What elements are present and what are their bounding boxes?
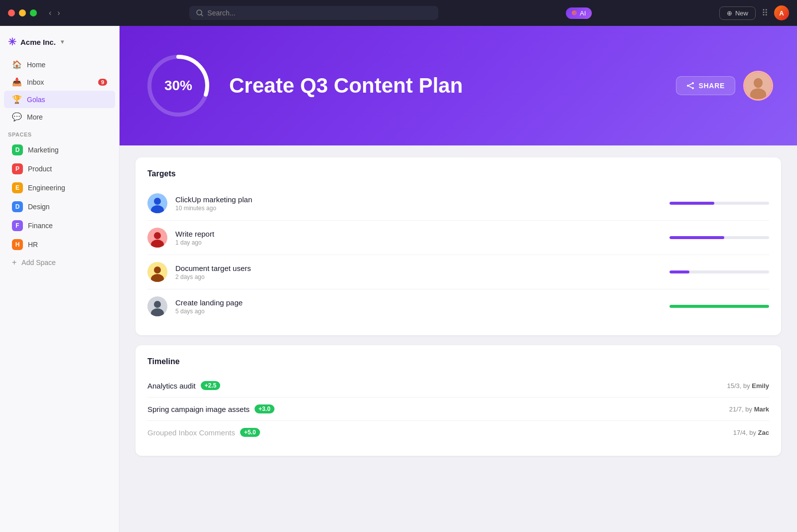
targets-title: Targets (147, 169, 769, 178)
more-icon: 💬 (12, 112, 22, 122)
svg-point-13 (154, 198, 161, 205)
target-time-1: 10 minutes ago (175, 205, 662, 212)
marketing-space-dot: D (12, 144, 23, 155)
svg-point-16 (154, 232, 161, 239)
main-layout: ✳ Acme Inc. ▾ 🏠 Home 📥 Inbox 9 🏆 Golas 💬… (0, 26, 797, 532)
add-space-button[interactable]: + Add Space (4, 254, 115, 271)
sidebar-item-inbox[interactable]: 📥 Inbox 9 (4, 73, 115, 91)
progress-fill-1 (669, 202, 714, 205)
sidebar-item-finance[interactable]: F Finance (4, 216, 115, 235)
sidebar-item-more[interactable]: 💬 More (4, 108, 115, 126)
hr-space-dot: H (12, 239, 23, 250)
progress-fill-4 (669, 305, 769, 308)
forward-arrow-icon[interactable]: › (55, 7, 62, 18)
svg-line-8 (689, 86, 692, 88)
targets-card: Targets ClickUp marketing plan 10 minute… (135, 157, 781, 335)
target-name-1: ClickUp marketing plan (175, 195, 662, 204)
target-name-4: Create landing page (175, 298, 662, 307)
sidebar-item-home[interactable]: 🏠 Home (4, 56, 115, 73)
main-content: 30% Create Q3 Content Plan SHARE (120, 26, 797, 532)
product-space-dot: P (12, 163, 23, 174)
hr-label: HR (28, 241, 38, 249)
target-time-4: 5 days ago (175, 308, 662, 315)
logo-icon: ✳ (8, 36, 16, 48)
target-info-2: Write report 1 day ago (175, 230, 662, 246)
svg-point-22 (154, 301, 161, 308)
sidebar-item-goals[interactable]: 🏆 Golas (4, 91, 115, 108)
finance-label: Finance (28, 222, 53, 230)
company-name: Acme Inc. (20, 38, 56, 46)
chevron-down-icon: ▾ (61, 38, 64, 45)
target-avatar-4 (147, 296, 167, 316)
svg-point-19 (154, 266, 161, 273)
ai-dot-icon (572, 10, 577, 15)
sidebar-item-marketing[interactable]: D Marketing (4, 140, 115, 159)
timeline-name-2: Spring campaign image assets (147, 405, 250, 413)
sidebar-more-label: More (27, 113, 43, 121)
target-avatar-1 (147, 193, 167, 213)
svg-line-1 (201, 14, 203, 16)
target-time-2: 1 day ago (175, 239, 662, 246)
design-space-dot: D (12, 201, 23, 212)
target-item-3: Document target users 2 days ago (147, 255, 769, 289)
grid-icon[interactable]: ⠿ (762, 7, 768, 18)
target-avatar-2 (147, 228, 167, 248)
share-label: SHARE (698, 82, 725, 90)
timeline-item-1: Analytics audit +2.5 15/3, by Emily (147, 374, 769, 398)
inbox-icon: 📥 (12, 77, 22, 87)
design-label: Design (28, 203, 50, 211)
search-bar[interactable]: Search... (189, 6, 438, 20)
inbox-badge: 9 (98, 79, 107, 86)
plus-icon: ⊕ (727, 9, 732, 17)
timeline-name-1: Analytics audit (147, 382, 196, 390)
timeline-date-3: 17/4, by Zac (733, 429, 769, 436)
target-name-3: Document target users (175, 264, 662, 272)
minimize-window-icon[interactable] (19, 9, 26, 16)
timeline-badge-3: +5.0 (240, 428, 260, 437)
progress-bar-2 (669, 236, 769, 239)
content-area: Targets ClickUp marketing plan 10 minute… (120, 145, 797, 468)
search-placeholder: Search... (207, 9, 235, 17)
progress-fill-3 (669, 270, 689, 273)
sidebar-inbox-label: Inbox (27, 78, 44, 86)
engineering-space-dot: E (12, 182, 23, 193)
marketing-label: Marketing (28, 146, 58, 154)
progress-fill-2 (669, 236, 724, 239)
goal-header: 30% Create Q3 Content Plan SHARE (120, 26, 797, 145)
plus-icon: + (12, 258, 16, 267)
user-avatar[interactable]: A (774, 5, 789, 20)
header-user-avatar[interactable] (743, 71, 773, 101)
timeline-date-2: 21/7, by Mark (729, 405, 769, 413)
timeline-title: Timeline (147, 357, 769, 366)
svg-point-10 (754, 78, 763, 88)
maximize-window-icon[interactable] (30, 9, 37, 16)
timeline-item-3: Grouped Inbox Comments +5.0 17/4, by Zac (147, 421, 769, 444)
sidebar-goals-label: Golas (27, 96, 45, 104)
new-label: New (735, 9, 748, 17)
svg-point-11 (750, 88, 766, 101)
svg-point-5 (687, 85, 689, 87)
sidebar-item-engineering[interactable]: E Engineering (4, 178, 115, 197)
sidebar: ✳ Acme Inc. ▾ 🏠 Home 📥 Inbox 9 🏆 Golas 💬… (0, 26, 120, 532)
ai-button[interactable]: AI (566, 7, 592, 19)
back-arrow-icon[interactable]: ‹ (47, 7, 53, 18)
sidebar-logo[interactable]: ✳ Acme Inc. ▾ (0, 32, 119, 56)
spaces-label: Spaces (0, 126, 119, 140)
new-button[interactable]: ⊕ New (719, 6, 756, 20)
timeline-badge-1: +2.5 (201, 381, 221, 390)
sidebar-item-hr[interactable]: H HR (4, 235, 115, 254)
goal-title: Create Q3 Content Plan (229, 74, 660, 98)
nav-arrows: ‹ › (47, 7, 62, 18)
finance-space-dot: F (12, 220, 23, 231)
goals-icon: 🏆 (12, 95, 22, 104)
sidebar-item-product[interactable]: P Product (4, 159, 115, 178)
progress-bar-3 (669, 270, 769, 273)
close-window-icon[interactable] (8, 9, 15, 16)
target-info-3: Document target users 2 days ago (175, 264, 662, 280)
sidebar-item-design[interactable]: D Design (4, 197, 115, 216)
home-icon: 🏠 (12, 60, 22, 69)
search-icon (196, 9, 203, 16)
share-button[interactable]: SHARE (676, 76, 735, 95)
svg-point-6 (692, 87, 694, 89)
topbar: ‹ › Search... AI ⊕ New ⠿ A (0, 0, 797, 26)
